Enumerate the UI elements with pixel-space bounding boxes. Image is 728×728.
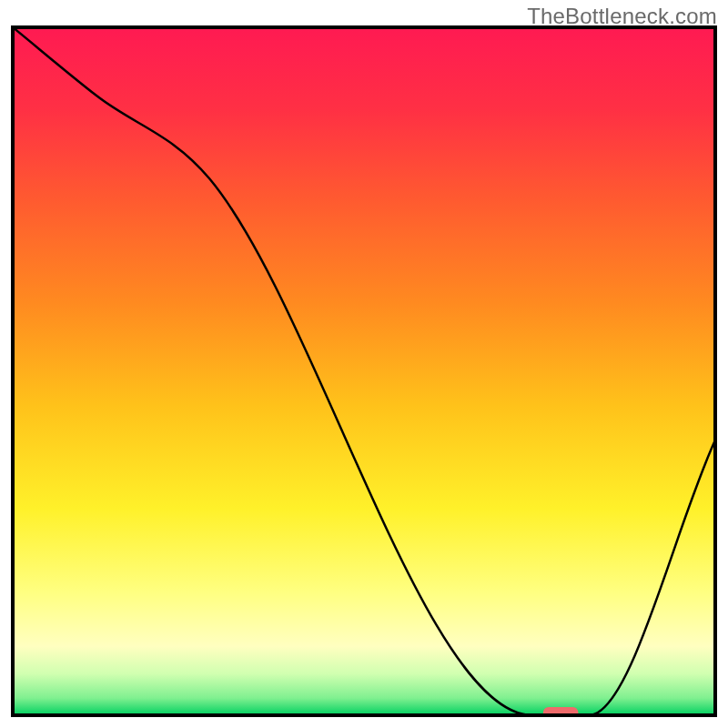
bottleneck-chart bbox=[0, 0, 728, 728]
chart-background bbox=[13, 27, 715, 715]
watermark-text: TheBottleneck.com bbox=[527, 4, 717, 29]
chart-container: TheBottleneck.com bbox=[0, 0, 728, 728]
